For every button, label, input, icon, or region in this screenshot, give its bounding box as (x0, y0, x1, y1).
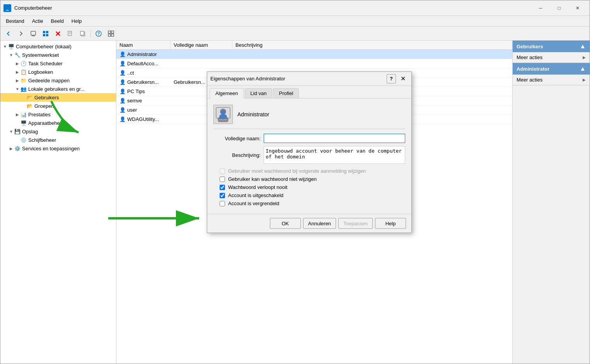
list-item-administrator[interactable]: 👤Administrator (116, 50, 512, 59)
checkbox-verloopt-nooit[interactable] (220, 185, 225, 190)
tree-item-schijfbeheer[interactable]: 💿 Schijfbeheer (0, 136, 116, 144)
acties-header-gebruikers: Gebruikers ▲ (513, 41, 590, 52)
svg-text:?: ? (97, 32, 100, 36)
close-button[interactable]: ✕ (569, 2, 587, 14)
menu-bar: Bestand Actie Beeld Help (0, 16, 590, 27)
tree-item-systeemwerkset[interactable]: ▼ 🔧 Systeemwerkset (0, 51, 116, 59)
tab-profiel[interactable]: Profiel (273, 88, 299, 98)
input-beschrijving[interactable]: Ingebouwd account voor beheer van de com… (264, 146, 405, 164)
right-panel: Gebruikers ▲ Meer acties ▶ Administrator… (512, 41, 590, 364)
col-header-volledig[interactable]: Volledige naam (171, 41, 232, 49)
acties-meer-acties-1[interactable]: Meer acties ▶ (513, 52, 590, 63)
toepassen-button[interactable]: Toepassen (338, 218, 373, 229)
dialog: Eigenschappen van Administrator ? ✕ Alge… (207, 71, 412, 233)
back-button[interactable] (3, 28, 14, 39)
svg-rect-7 (43, 34, 45, 36)
up-button[interactable] (27, 28, 39, 39)
user-profile-section: Administrator (213, 105, 405, 129)
form-row-beschrijving: Beschrijving: Ingebouwd account voor beh… (213, 146, 405, 164)
svg-rect-16 (80, 31, 84, 35)
user-display-name: Administrator (237, 111, 269, 117)
svg-rect-4 (32, 36, 35, 36)
menu-bestand[interactable]: Bestand (2, 17, 28, 26)
expand-icon[interactable]: ▼ (2, 43, 8, 49)
input-volledige-naam[interactable] (264, 134, 405, 143)
dialog-title: Eigenschappen van Administrator (210, 76, 387, 82)
acties-header-administrator: Administrator ▲ (513, 63, 590, 75)
show-button[interactable] (40, 28, 51, 39)
tree-item-prestaties[interactable]: ▶ 📊 Prestaties (0, 110, 116, 119)
tree-item-task-scheduler[interactable]: ▶ 🕐 Task Scheduler (0, 59, 116, 68)
dialog-help-button[interactable]: ? (387, 74, 396, 83)
tree-item-gebruikers[interactable]: 📂 Gebruikers (0, 93, 116, 102)
acties-collapse-gebruikers[interactable]: ▲ (580, 43, 586, 50)
window-controls: ─ □ ✕ (532, 2, 587, 14)
stop-button[interactable] (52, 28, 64, 39)
tab-lid-van[interactable]: Lid van (245, 88, 273, 98)
svg-rect-0 (5, 6, 10, 10)
checkbox-row-vergrendeld: Account is vergrendeld (213, 199, 405, 208)
svg-rect-5 (43, 31, 45, 33)
list-item-defaultacco[interactable]: 👤DefaultAcco... (116, 59, 512, 68)
list-header: Naam Volledige naam Beschrijving (116, 41, 512, 50)
dialog-title-bar: Eigenschappen van Administrator ? ✕ (207, 72, 411, 86)
tree-item-root[interactable]: ▼ 🖥️ Computerbeheer (lokaal) (0, 42, 116, 51)
acties-meer-acties-2[interactable]: Meer acties ▶ (513, 75, 590, 85)
acties-collapse-admin[interactable]: ▲ (580, 65, 586, 72)
maximize-button[interactable]: □ (550, 2, 568, 14)
window-title: Computerbeheer (14, 5, 532, 11)
tree-item-lokale-gebruikers[interactable]: ▼ 👥 Lokale gebruikers en gr... (0, 85, 116, 93)
tree-item-gedeelde-mappen[interactable]: ▶ 📁 Gedeelde mappen (0, 76, 116, 85)
acties-section-gebruikers: Gebruikers ▲ Meer acties ▶ (513, 41, 590, 63)
svg-rect-3 (31, 31, 36, 35)
label-beschrijving: Beschrijving: (213, 152, 264, 158)
acties-section-administrator: Administrator ▲ Meer acties ▶ (513, 63, 590, 85)
col-header-naam[interactable]: Naam (116, 41, 171, 49)
menu-beeld[interactable]: Beeld (47, 17, 68, 26)
checkbox-row-aanmelding: Gebruiker moet wachtwoord bij volgende a… (213, 167, 405, 175)
user-avatar (213, 105, 233, 124)
form-row-naam: Volledige naam: (213, 134, 405, 143)
forward-button[interactable] (15, 28, 27, 39)
menu-help[interactable]: Help (68, 17, 86, 26)
dialog-close-button[interactable]: ✕ (397, 73, 408, 84)
tree-item-services[interactable]: ▶ ⚙️ Services en toepassingen (0, 144, 116, 153)
tree-item-opslag[interactable]: ▼ 💾 Opslag (0, 127, 116, 136)
svg-rect-1 (6, 10, 9, 10)
acties-arrow-icon-2: ▶ (583, 78, 586, 82)
dialog-body: Administrator Volledige naam: Beschrijvi… (207, 99, 411, 214)
grid-button[interactable] (105, 28, 117, 39)
help-button[interactable]: ? (93, 28, 104, 39)
checkbox-vergrendeld[interactable] (220, 201, 225, 206)
checkbox-uitgeschakeld[interactable] (220, 193, 225, 198)
col-header-beschrijving[interactable]: Beschrijving (232, 41, 512, 49)
svg-rect-6 (46, 31, 48, 33)
app-icon (3, 4, 11, 12)
svg-point-31 (221, 110, 225, 114)
annuleren-button[interactable]: Annuleren (303, 218, 336, 229)
svg-rect-21 (108, 34, 111, 36)
checkbox-row-wachtwoord-niet: Gebruiker kan wachtwoord niet wijzigen (213, 175, 405, 183)
acties-arrow-icon: ▶ (583, 55, 586, 60)
svg-rect-2 (5, 10, 9, 11)
minimize-button[interactable]: ─ (532, 2, 549, 14)
checkbox-wachtwoord-niet-wijzigen[interactable] (220, 177, 225, 182)
toolbar: ? (0, 27, 590, 41)
tab-algemeen[interactable]: Algemeen (210, 88, 244, 99)
dialog-footer: OK Annuleren Toepassen Help (207, 214, 411, 233)
title-bar: Computerbeheer ─ □ ✕ (0, 0, 590, 16)
checkbox-row-uitgeschakeld: Account is uitgeschakeld (213, 191, 405, 199)
svg-rect-20 (111, 31, 114, 33)
export-button[interactable] (65, 28, 76, 39)
svg-point-32 (219, 114, 227, 119)
tree-item-apparaatbeheer[interactable]: 🖥️ Apparaatbeheer (0, 119, 116, 127)
menu-actie[interactable]: Actie (28, 17, 47, 26)
checkbox-aanmelding[interactable] (220, 168, 225, 174)
tree-item-groepen[interactable]: 📂 Groepen (0, 102, 116, 110)
copy-button[interactable] (77, 28, 89, 39)
label-volledige-naam: Volledige naam: (213, 136, 264, 141)
help-bottom-button[interactable]: Help (375, 218, 406, 229)
svg-rect-22 (111, 34, 114, 36)
tree-item-logboeken[interactable]: ▶ 📋 Logboeken (0, 68, 116, 76)
ok-button[interactable]: OK (270, 218, 301, 229)
